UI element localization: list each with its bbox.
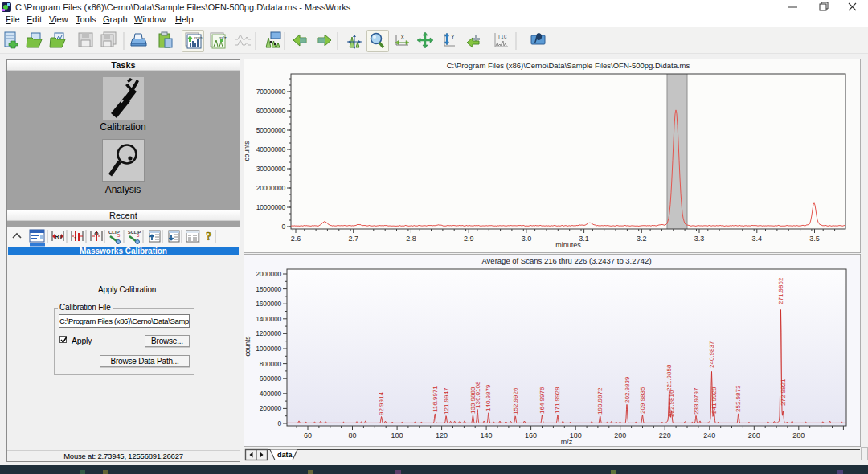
svg-text:TIC: TIC: [497, 35, 507, 40]
svg-text:C:\Program Files (x86)\Cerno\D: C:\Program Files (x86)\Cerno\Data\Sample…: [447, 61, 690, 70]
svg-text:1000000: 1000000: [256, 345, 281, 353]
svg-text:200: 200: [614, 431, 626, 439]
svg-text:140: 140: [481, 431, 493, 439]
svg-text:1600000: 1600000: [256, 300, 281, 308]
svg-text:2.7: 2.7: [348, 235, 358, 243]
svg-text:1800000: 1800000: [256, 285, 281, 293]
svg-text:1400000: 1400000: [256, 315, 281, 323]
svg-text:272.9821: 272.9821: [780, 378, 787, 406]
svg-text:counts: counts: [244, 141, 251, 161]
svg-text:50000000: 50000000: [256, 126, 286, 134]
svg-text:271.9852: 271.9852: [777, 277, 784, 304]
svg-text:120: 120: [436, 431, 448, 439]
svg-text:252.9873: 252.9873: [735, 385, 742, 412]
svg-text:116.9971: 116.9971: [432, 386, 439, 412]
svg-text:136.0108: 136.0108: [474, 381, 481, 408]
svg-text:164.9976: 164.9976: [538, 386, 546, 414]
svg-text:40000000: 40000000: [256, 145, 286, 153]
svg-text:70000000: 70000000: [256, 88, 286, 96]
svg-text:80: 80: [348, 431, 356, 439]
svg-text:3.2: 3.2: [637, 235, 647, 243]
svg-text:20000000: 20000000: [256, 184, 286, 192]
svg-text:220: 220: [659, 431, 671, 439]
svg-text:60000000: 60000000: [256, 107, 286, 115]
svg-text:260: 260: [748, 431, 760, 439]
svg-text:800000: 800000: [260, 360, 282, 368]
svg-text:240.9837: 240.9837: [708, 341, 715, 368]
svg-text:3.0: 3.0: [522, 235, 532, 243]
svg-text:2.6: 2.6: [291, 235, 301, 243]
svg-text:209.9835: 209.9835: [639, 386, 646, 414]
svg-text:1200000: 1200000: [256, 329, 281, 337]
svg-text:140.9879: 140.9879: [485, 384, 492, 411]
svg-text:241.9928: 241.9928: [710, 386, 718, 414]
svg-text:171.9928: 171.9928: [554, 386, 561, 414]
svg-text:m/z: m/z: [561, 438, 573, 446]
svg-text:160: 160: [525, 431, 537, 439]
svg-text:221.9858: 221.9858: [665, 364, 673, 391]
svg-text:200000: 200000: [260, 404, 282, 412]
svg-text:2.9: 2.9: [464, 235, 474, 243]
svg-text:3.4: 3.4: [752, 235, 763, 243]
svg-text:counts: counts: [244, 336, 252, 356]
svg-text:3.5: 3.5: [809, 235, 820, 243]
svg-text:5: 5: [117, 233, 121, 238]
svg-text:RT: RT: [55, 234, 63, 239]
svg-text:240: 240: [703, 431, 715, 439]
svg-text:280: 280: [792, 431, 805, 439]
svg-text:30000000: 30000000: [256, 165, 286, 173]
svg-text:152.9926: 152.9926: [512, 387, 519, 415]
svg-text:400000: 400000: [260, 390, 282, 398]
svg-text:190.9872: 190.9872: [596, 387, 604, 415]
svg-text:2000000: 2000000: [256, 270, 281, 278]
svg-text:0: 0: [281, 223, 285, 231]
svg-text:600000: 600000: [260, 374, 282, 382]
svg-text:3.3: 3.3: [694, 235, 705, 243]
svg-text:60: 60: [304, 431, 312, 439]
svg-text:?: ?: [206, 230, 212, 243]
svg-text:minutes: minutes: [555, 241, 581, 249]
svg-text:233.9797: 233.9797: [693, 387, 700, 415]
svg-text:92.9914: 92.9914: [378, 392, 385, 415]
svg-text:222.9816: 222.9816: [668, 390, 675, 417]
svg-text:2.8: 2.8: [406, 235, 416, 243]
svg-text:data: data: [277, 451, 293, 459]
svg-text:z: z: [74, 235, 76, 240]
svg-text:121.9947: 121.9947: [443, 387, 450, 415]
svg-text:Y: Y: [451, 34, 455, 39]
svg-text:10000000: 10000000: [256, 203, 286, 211]
svg-text:0: 0: [277, 419, 281, 427]
svg-text:100: 100: [391, 431, 403, 439]
svg-text:x: x: [401, 34, 404, 39]
svg-text:Average of Scans 216 thru 226: Average of Scans 216 thru 226 (3.2437 to…: [481, 256, 651, 265]
svg-text:202.9839: 202.9839: [624, 376, 631, 403]
